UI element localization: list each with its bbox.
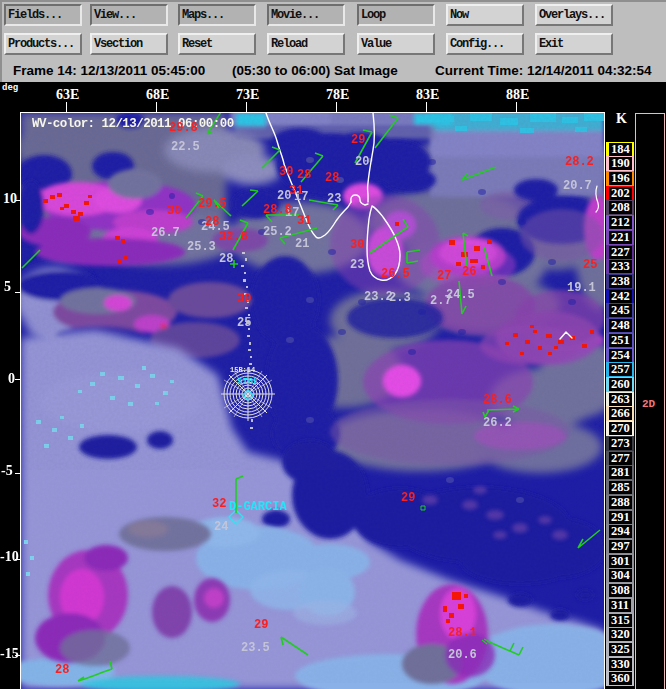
svg-text:29.8: 29.8 <box>169 121 198 135</box>
svg-text:20.7: 20.7 <box>563 179 592 193</box>
svg-text:31: 31 <box>297 214 311 228</box>
svg-text:26.7: 26.7 <box>151 226 180 240</box>
svg-text:D-GARCIA: D-GARCIA <box>229 500 287 514</box>
svg-text:2.3: 2.3 <box>389 291 411 305</box>
svg-text:SI6L: SI6L <box>237 377 259 387</box>
svg-text:27: 27 <box>437 269 451 283</box>
svg-text:29.5: 29.5 <box>198 197 227 211</box>
svg-text:25: 25 <box>583 258 597 272</box>
svg-text:15R:14: 15R:14 <box>230 366 255 374</box>
svg-text:19.1: 19.1 <box>567 281 596 295</box>
svg-text:20: 20 <box>355 155 369 169</box>
svg-text:29: 29 <box>254 618 268 632</box>
svg-text:25: 25 <box>237 316 251 330</box>
svg-text:24.5: 24.5 <box>446 288 475 302</box>
svg-text:28: 28 <box>325 171 339 185</box>
svg-text:29: 29 <box>401 491 415 505</box>
svg-text:28.1: 28.1 <box>448 626 477 640</box>
svg-text:25.2: 25.2 <box>263 225 292 239</box>
svg-text:20.6: 20.6 <box>448 648 477 662</box>
svg-text:30: 30 <box>167 204 181 218</box>
svg-text:28: 28 <box>55 663 69 677</box>
svg-text:28.2: 28.2 <box>565 155 594 169</box>
svg-text:32: 32 <box>212 497 226 511</box>
svg-text:30: 30 <box>350 238 364 252</box>
svg-text:31: 31 <box>289 184 303 198</box>
svg-text:22.5: 22.5 <box>171 140 200 154</box>
svg-text:30: 30 <box>237 292 251 306</box>
svg-text:29: 29 <box>351 133 365 147</box>
svg-text:26.5: 26.5 <box>381 267 410 281</box>
svg-text:21: 21 <box>295 237 309 251</box>
svg-text:23.5: 23.5 <box>241 641 270 655</box>
svg-text:28.6: 28.6 <box>483 393 512 407</box>
svg-text:28: 28 <box>297 168 311 182</box>
svg-text:28.8: 28.8 <box>263 203 292 217</box>
svg-text:28: 28 <box>205 215 219 229</box>
svg-text:32.6: 32.6 <box>219 230 248 244</box>
svg-text:24: 24 <box>214 520 228 534</box>
svg-text:WV-color: 12/13/2011 06:00:00: WV-color: 12/13/2011 06:00:00 <box>32 117 234 131</box>
svg-text:23: 23 <box>350 258 364 272</box>
svg-text:23: 23 <box>327 192 341 206</box>
svg-text:28: 28 <box>219 252 233 266</box>
svg-text:26: 26 <box>462 265 476 279</box>
svg-text:25.3: 25.3 <box>187 240 216 254</box>
svg-text:30: 30 <box>279 165 293 179</box>
svg-text:26.2: 26.2 <box>483 416 512 430</box>
